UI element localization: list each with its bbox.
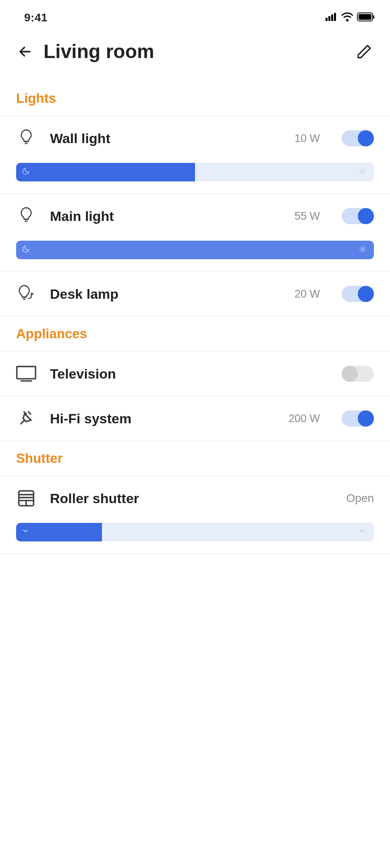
- device-row-main-light: Main light 55 W: [0, 194, 390, 272]
- svg-point-4: [346, 19, 349, 21]
- bulb-icon: [16, 128, 36, 148]
- shutter-icon: [16, 488, 36, 508]
- device-label: Hi-Fi system: [50, 411, 275, 427]
- status-icons: [326, 12, 375, 23]
- plug-icon: [16, 408, 36, 429]
- device-status: Open: [346, 492, 374, 505]
- toggle-hifi[interactable]: [342, 410, 374, 427]
- device-power: 200 W: [288, 412, 320, 425]
- tv-icon: [16, 364, 36, 384]
- sun-icon: [359, 167, 368, 177]
- toggle-main-light[interactable]: [342, 208, 374, 224]
- page-title: Living room: [44, 40, 355, 62]
- svg-rect-1: [328, 16, 330, 21]
- moon-icon: [22, 167, 31, 177]
- status-bar: 9:41: [0, 0, 390, 28]
- cellular-icon: [326, 13, 338, 23]
- arrow-up-icon: [359, 527, 368, 537]
- sun-icon: [359, 245, 368, 255]
- moon-icon: [22, 245, 31, 255]
- svg-rect-0: [326, 18, 328, 21]
- bulb-icon: [16, 206, 36, 226]
- device-power: 55 W: [295, 210, 320, 223]
- device-row-wall-light: Wall light 10 W: [0, 116, 390, 194]
- header: Living room: [0, 28, 390, 87]
- arrow-down-icon: [22, 527, 31, 537]
- svg-point-10: [361, 248, 364, 251]
- device-label: Wall light: [50, 131, 281, 146]
- device-label: Main light: [50, 208, 281, 224]
- status-time: 9:41: [24, 11, 48, 24]
- bulb-plug-icon: [16, 284, 36, 304]
- svg-rect-7: [373, 15, 374, 19]
- device-power: 20 W: [295, 288, 320, 300]
- svg-rect-2: [331, 15, 333, 21]
- device-label: Television: [50, 366, 328, 382]
- toggle-desk-lamp[interactable]: [342, 286, 374, 302]
- battery-icon: [357, 12, 375, 23]
- position-slider-roller-shutter[interactable]: [16, 523, 374, 541]
- section-header-lights: Lights: [0, 87, 390, 116]
- device-label: Desk lamp: [50, 286, 281, 302]
- svg-rect-6: [359, 14, 371, 20]
- brightness-slider-main-light[interactable]: [16, 241, 374, 259]
- device-row-television: Television: [0, 352, 390, 396]
- brightness-slider-wall-light[interactable]: [16, 163, 374, 181]
- device-row-desk-lamp: Desk lamp 20 W: [0, 272, 390, 316]
- svg-rect-11: [17, 366, 35, 379]
- svg-rect-3: [334, 13, 336, 21]
- edit-button[interactable]: [355, 42, 374, 61]
- toggle-wall-light[interactable]: [342, 130, 374, 146]
- section-header-appliances: Appliances: [0, 316, 390, 352]
- back-button[interactable]: [16, 43, 34, 60]
- svg-point-9: [361, 170, 364, 173]
- device-power: 10 W: [295, 132, 320, 145]
- device-label: Roller shutter: [50, 491, 333, 506]
- wifi-icon: [342, 12, 353, 23]
- device-row-roller-shutter: Roller shutter Open: [0, 476, 390, 554]
- device-row-hifi: Hi-Fi system 200 W: [0, 396, 390, 441]
- toggle-television[interactable]: [342, 366, 374, 382]
- section-header-shutter: Shutter: [0, 441, 390, 476]
